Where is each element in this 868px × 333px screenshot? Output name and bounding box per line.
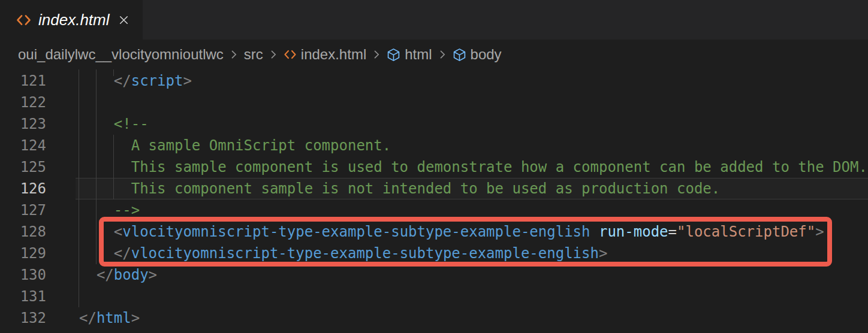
breadcrumb-item-html[interactable]: html [387, 46, 432, 63]
breadcrumb-item-folder[interactable]: oui_dailylwc__vlocityomnioutlwc [18, 46, 224, 63]
line-number[interactable]: 132 [0, 307, 46, 329]
html-icon [284, 48, 297, 61]
code-line[interactable]: 129 </vlocityomniscript-type-example-sub… [0, 243, 868, 264]
code-line[interactable]: 125 This sample component is used to dem… [0, 156, 868, 178]
chevron-right-icon [267, 49, 279, 60]
line-number[interactable]: 125 [0, 156, 46, 178]
chevron-right-icon [370, 49, 382, 60]
code-text: </body> [79, 264, 157, 286]
code-text: A sample OmniScript component. [79, 135, 391, 156]
code-text: </html> [79, 307, 140, 329]
line-number[interactable]: 129 [0, 243, 46, 264]
chevron-right-icon [228, 49, 240, 60]
tab-title: index.html [38, 11, 110, 29]
code-line[interactable]: 121 </script> [0, 70, 868, 92]
line-number[interactable]: 122 [0, 92, 46, 113]
code-line[interactable]: 123 <!-- [0, 113, 868, 135]
line-number[interactable]: 128 [0, 221, 46, 243]
vscode-window: index.html oui_dailylwc__vlocityomnioutl… [0, 0, 868, 333]
breadcrumb: oui_dailylwc__vlocityomnioutlwc src inde… [18, 40, 502, 69]
html-file-icon [16, 13, 31, 28]
line-number[interactable]: 124 [0, 135, 46, 156]
code-line[interactable]: 122 [0, 92, 868, 113]
close-icon[interactable] [117, 14, 130, 26]
line-number[interactable]: 126 [0, 178, 46, 199]
code-line[interactable]: 126 This component sample is not intende… [0, 178, 868, 199]
breadcrumb-label: body [471, 46, 502, 63]
code-text: </script> [79, 70, 192, 92]
line-number[interactable]: 131 [0, 286, 46, 307]
code-text: This component sample is not intended to… [79, 178, 720, 199]
code-text: --> [79, 199, 140, 221]
tab-bar: index.html [0, 0, 868, 40]
breadcrumb-item-body[interactable]: body [453, 46, 502, 63]
breadcrumb-label: src [244, 46, 263, 63]
code-text: </vlocityomniscript-type-example-subtype… [79, 243, 607, 264]
line-number[interactable]: 121 [0, 70, 46, 92]
chevron-right-icon [436, 49, 448, 60]
breadcrumb-label: oui_dailylwc__vlocityomnioutlwc [18, 46, 224, 63]
symbol-cube-icon [453, 48, 466, 62]
code-editor[interactable]: 121 </script>122123 <!--124 A sample Omn… [0, 69, 868, 333]
line-number[interactable]: 127 [0, 199, 46, 221]
breadcrumb-item-index-html[interactable]: index.html [284, 46, 366, 63]
code-line[interactable]: 127 --> [0, 199, 868, 221]
code-text: <!-- [79, 113, 149, 135]
code-text: This sample component is used to demonst… [79, 156, 867, 178]
tab-index-html[interactable]: index.html [0, 0, 143, 40]
code-text: <vlocityomniscript-type-example-subtype-… [79, 221, 824, 243]
breadcrumb-label: html [405, 46, 432, 63]
breadcrumb-label: index.html [301, 46, 366, 63]
breadcrumb-item-src[interactable]: src [244, 46, 263, 63]
line-number[interactable]: 130 [0, 264, 46, 286]
code-line[interactable]: 124 A sample OmniScript component. [0, 135, 868, 156]
line-number[interactable]: 123 [0, 113, 46, 135]
code-line[interactable]: 128 <vlocityomniscript-type-example-subt… [0, 221, 868, 243]
symbol-cube-icon [387, 48, 400, 62]
code-line[interactable]: 130 </body> [0, 264, 868, 286]
code-line[interactable]: 131 [0, 286, 868, 307]
code-line[interactable]: 132</html> [0, 307, 868, 329]
